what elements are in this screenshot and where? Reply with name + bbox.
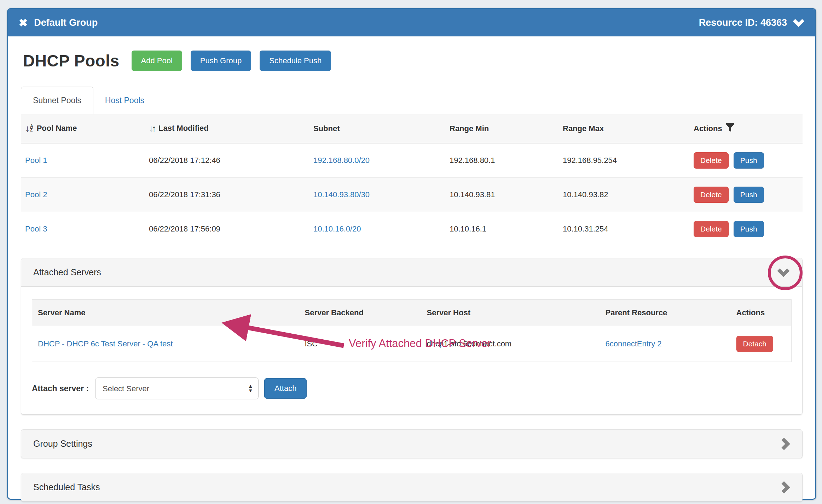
group-settings-title: Group Settings xyxy=(33,439,92,449)
table-row: Pool 3 06/22/2018 17:56:09 10.10.16.0/20… xyxy=(21,212,803,246)
add-pool-button[interactable]: Add Pool xyxy=(132,51,182,71)
range-max-value: 192.168.95.254 xyxy=(558,143,689,178)
range-min-value: 10.140.93.81 xyxy=(445,178,558,212)
subnet-pools-table: ↓ A Z Pool Name ↓ xyxy=(21,114,803,246)
group-header-bar: ✖ Default Group Resource ID: 46363 xyxy=(8,9,815,36)
group-settings-header[interactable]: Group Settings xyxy=(21,430,802,458)
push-group-button[interactable]: Push Group xyxy=(191,51,251,71)
group-title: Default Group xyxy=(34,17,98,28)
range-min-value: 10.10.16.1 xyxy=(445,212,558,246)
last-modified-value: 06/22/2018 17:31:36 xyxy=(145,178,309,212)
attached-servers-panel: Attached Servers Server Name Server Bac xyxy=(21,258,803,415)
column-range-min: Range Min xyxy=(445,114,558,143)
page-title: DHCP Pools xyxy=(23,51,120,70)
tab-subnet-pools[interactable]: Subnet Pools xyxy=(21,87,93,114)
tab-host-pools[interactable]: Host Pools xyxy=(93,87,156,114)
server-name-link[interactable]: DHCP - DHCP 6c Test Server - QA test xyxy=(38,339,173,348)
resource-id-label: Resource ID: 46363 xyxy=(699,17,787,28)
default-group-card: ✖ Default Group Resource ID: 46363 DHCP … xyxy=(7,8,816,500)
scheduled-tasks-panel: Scheduled Tasks xyxy=(21,473,803,502)
last-modified-value: 06/22/2018 17:56:09 xyxy=(145,212,309,246)
subnet-link[interactable]: 10.140.93.80/30 xyxy=(313,190,370,199)
scheduled-tasks-header[interactable]: Scheduled Tasks xyxy=(21,473,802,501)
range-max-value: 10.10.31.254 xyxy=(558,212,689,246)
close-icon[interactable]: ✖ xyxy=(19,18,28,28)
chevron-right-icon[interactable] xyxy=(781,437,790,451)
header-chevron-down-icon[interactable] xyxy=(793,19,805,27)
column-server-host: Server Host xyxy=(421,300,600,326)
scheduled-tasks-title: Scheduled Tasks xyxy=(33,482,100,492)
push-button[interactable]: Push xyxy=(734,221,764,237)
column-last-modified[interactable]: ↓ ↑ Last Modified xyxy=(145,114,309,143)
group-settings-panel: Group Settings xyxy=(21,429,803,458)
table-header-row: ↓ A Z Pool Name ↓ xyxy=(21,114,803,143)
sort-icon[interactable]: ↓ ↑ xyxy=(149,124,156,133)
column-range-max: Range Max xyxy=(558,114,689,143)
table-row: Pool 2 06/22/2018 17:31:36 10.140.93.80/… xyxy=(21,178,803,212)
column-subnet: Subnet xyxy=(309,114,445,143)
last-modified-value: 06/22/2018 17:12:46 xyxy=(145,143,309,178)
delete-button[interactable]: Delete xyxy=(694,187,729,203)
chevron-down-icon[interactable] xyxy=(777,268,790,277)
server-select[interactable]: Select Server xyxy=(95,377,259,399)
delete-button[interactable]: Delete xyxy=(694,152,729,169)
attached-servers-header[interactable]: Attached Servers xyxy=(21,258,802,286)
schedule-push-button[interactable]: Schedule Push xyxy=(260,51,331,71)
pool-tabs: Subnet Pools Host Pools xyxy=(21,87,803,114)
table-row: Pool 1 06/22/2018 17:12:46 192.168.80.0/… xyxy=(21,143,803,178)
pool-link[interactable]: Pool 3 xyxy=(25,224,47,233)
server-host-value: dhcp1-sfo.6connect.com xyxy=(421,326,600,362)
pool-link[interactable]: Pool 1 xyxy=(25,156,47,165)
range-max-value: 10.140.93.82 xyxy=(558,178,689,212)
attach-server-label: Attach server : xyxy=(32,384,89,393)
pool-link[interactable]: Pool 2 xyxy=(25,190,47,199)
column-server-backend: Server Backend xyxy=(299,300,421,326)
column-actions: Actions xyxy=(731,300,792,326)
range-min-value: 192.168.80.1 xyxy=(445,143,558,178)
table-header-row: Server Name Server Backend Server Host P… xyxy=(32,300,792,326)
sort-alpha-icon[interactable]: ↓ A Z xyxy=(25,124,33,133)
attach-button[interactable]: Attach xyxy=(264,378,307,399)
table-row: DHCP - DHCP 6c Test Server - QA test ISC… xyxy=(32,326,792,362)
delete-button[interactable]: Delete xyxy=(694,221,729,237)
attached-servers-title: Attached Servers xyxy=(33,267,101,277)
push-button[interactable]: Push xyxy=(734,152,764,169)
attached-servers-table: Server Name Server Backend Server Host P… xyxy=(32,299,792,362)
detach-button[interactable]: Detach xyxy=(736,336,774,352)
parent-resource-link[interactable]: 6connectEntry 2 xyxy=(606,339,662,348)
push-button[interactable]: Push xyxy=(734,187,764,203)
chevron-right-icon[interactable] xyxy=(781,481,790,494)
column-server-name: Server Name xyxy=(32,300,299,326)
column-parent-resource: Parent Resource xyxy=(600,300,731,326)
subnet-link[interactable]: 10.10.16.0/20 xyxy=(313,224,361,233)
server-backend-value: ISC xyxy=(299,326,421,362)
column-actions: Actions xyxy=(689,114,803,143)
filter-icon[interactable] xyxy=(726,123,734,134)
column-pool-name[interactable]: ↓ A Z Pool Name xyxy=(21,114,145,143)
subnet-link[interactable]: 192.168.80.0/20 xyxy=(313,156,370,165)
